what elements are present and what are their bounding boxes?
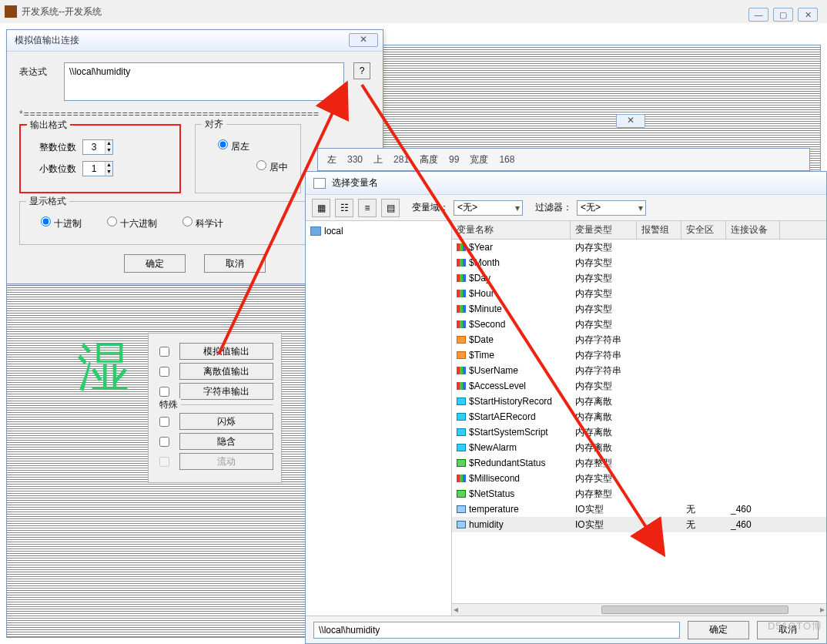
decimal-digits-label: 小数位数: [30, 163, 76, 176]
close-button[interactable]: ✕: [798, 8, 818, 22]
tree-root[interactable]: local: [310, 226, 447, 236]
stepper-down-icon[interactable]: ▼: [105, 147, 112, 154]
table-row[interactable]: $StartAERecord内存离散: [452, 409, 826, 424]
ok-button[interactable]: 确定: [124, 254, 186, 273]
picker-tree[interactable]: local: [306, 221, 452, 615]
col-alarm[interactable]: 报警组: [637, 221, 681, 239]
var-type: 内存实型: [571, 287, 637, 300]
view-tree-icon[interactable]: ☷: [335, 199, 353, 217]
filter-label: 过滤器：: [535, 201, 572, 214]
horizontal-scrollbar[interactable]: [452, 603, 826, 615]
stepper-up-icon[interactable]: ▲: [105, 162, 112, 169]
col-name[interactable]: 变量名称: [452, 221, 571, 239]
hide-button[interactable]: 隐含: [179, 433, 273, 450]
align-group: 对齐 居左 居中: [195, 124, 301, 193]
expression-input[interactable]: \\local\humidity: [64, 62, 344, 101]
table-row[interactable]: $AccessLevel内存实型: [452, 378, 826, 394]
integer-digits-stepper[interactable]: ▲▼: [82, 139, 113, 155]
scientific-radio[interactable]: 科学计: [179, 214, 223, 230]
scrollbar-thumb[interactable]: [601, 605, 788, 614]
picker-titlebar[interactable]: 选择变量名: [306, 172, 826, 195]
expression-browse-button[interactable]: ?: [353, 62, 370, 79]
blink-check[interactable]: [159, 417, 169, 427]
table-row[interactable]: $StartSystemScript内存离散: [452, 424, 826, 440]
blink-button[interactable]: 闪烁: [179, 413, 273, 430]
decimal-radio[interactable]: 十进制: [37, 214, 82, 230]
var-icon: [457, 428, 466, 436]
view-detail-icon[interactable]: ▦: [312, 199, 330, 217]
picker-footer: 确定 取消: [306, 615, 826, 643]
stepper-up-icon[interactable]: ▲: [105, 140, 112, 147]
integer-digits-input[interactable]: [83, 140, 105, 154]
output-format-group: 输出格式 整数位数 ▲▼ 小数位数 ▲▼: [19, 124, 181, 193]
col-dev[interactable]: 连接设备: [726, 221, 780, 239]
output-options-panel: 模拟值输出 离散值输出 字符串输出 特殊 闪烁 隐含 流动: [148, 333, 282, 483]
dialog-close-button[interactable]: ✕: [349, 33, 378, 47]
table-row[interactable]: humidityIO实型无_460: [452, 517, 826, 532]
table-row[interactable]: $Second内存实型: [452, 317, 826, 332]
view-page-icon[interactable]: ▤: [381, 199, 400, 217]
var-icon: [457, 320, 466, 328]
selected-path-input[interactable]: [313, 622, 680, 639]
var-safe: 无: [681, 503, 726, 516]
stepper-down-icon[interactable]: ▼: [105, 169, 112, 176]
hex-radio[interactable]: 十六进制: [103, 214, 157, 230]
var-type: 内存字符串: [571, 334, 637, 347]
table-row[interactable]: $Time内存字符串: [452, 347, 826, 363]
secondary-close-button[interactable]: ✕: [616, 114, 645, 128]
table-row[interactable]: $UserName内存字符串: [452, 363, 826, 378]
picker-toolbar: ▦ ☷ ≡ ▤ 变量域： <无> 过滤器： <无>: [306, 195, 826, 221]
table-row[interactable]: $Date内存字符串: [452, 332, 826, 347]
cancel-button[interactable]: 取消: [204, 254, 266, 273]
table-row[interactable]: $Month内存实型: [452, 255, 826, 270]
picker-ok-button[interactable]: 确定: [688, 621, 749, 639]
pos-width-label: 宽度: [470, 153, 488, 166]
integer-digits-label: 整数位数: [30, 141, 76, 154]
string-output-button[interactable]: 字符串输出: [179, 383, 273, 400]
table-row[interactable]: $Year内存实型: [452, 240, 826, 255]
table-row[interactable]: $NewAlarm内存离散: [452, 440, 826, 455]
col-safe[interactable]: 安全区: [681, 221, 726, 239]
var-name: $Month: [469, 257, 500, 268]
var-name: $StartAERecord: [469, 411, 536, 422]
table-row[interactable]: $Minute内存实型: [452, 301, 826, 317]
analog-output-button[interactable]: 模拟值输出: [179, 343, 273, 360]
flow-check: [159, 457, 169, 467]
minimize-button[interactable]: —: [748, 8, 768, 22]
var-icon: [457, 397, 466, 405]
view-list-icon[interactable]: ≡: [358, 199, 377, 217]
col-type[interactable]: 变量类型: [571, 221, 637, 239]
align-center-radio[interactable]: 居中: [253, 158, 291, 174]
dialog-titlebar[interactable]: 模拟值输出连接 ✕: [7, 30, 383, 52]
hide-check[interactable]: [159, 437, 169, 447]
grid-rows[interactable]: $Year内存实型$Month内存实型$Day内存实型$Hour内存实型$Min…: [452, 240, 826, 603]
var-name: $Year: [469, 242, 493, 253]
discrete-output-check[interactable]: [159, 367, 169, 377]
filter-combo[interactable]: <无>: [577, 200, 646, 216]
align-left-radio[interactable]: 居左: [214, 137, 291, 153]
decimal-digits-input[interactable]: [83, 162, 105, 176]
var-name: $UserName: [469, 365, 518, 376]
table-row[interactable]: $Hour内存实型: [452, 286, 826, 301]
table-row[interactable]: $StartHistoryRecord内存离散: [452, 394, 826, 409]
output-format-title: 输出格式: [27, 119, 70, 132]
var-name: $StartSystemScript: [469, 427, 548, 438]
string-output-check[interactable]: [159, 387, 169, 397]
discrete-output-button[interactable]: 离散值输出: [179, 363, 273, 380]
table-row[interactable]: temperatureIO实型无_460: [452, 501, 826, 517]
table-row[interactable]: $Day内存实型: [452, 270, 826, 286]
grid-header[interactable]: 变量名称 变量类型 报警组 安全区 连接设备: [452, 221, 826, 240]
decimal-digits-stepper[interactable]: ▲▼: [82, 161, 113, 176]
table-row[interactable]: $NetStatus内存整型: [452, 486, 826, 501]
table-row[interactable]: $RedundantStatus内存整型: [452, 455, 826, 471]
var-name: humidity: [469, 519, 504, 530]
var-name: temperature: [469, 504, 519, 515]
table-row[interactable]: $Millisecond内存实型: [452, 471, 826, 486]
maximize-button[interactable]: ▢: [773, 8, 793, 22]
var-icon: [457, 243, 466, 251]
var-type: IO实型: [571, 503, 637, 516]
scope-combo[interactable]: <无>: [454, 200, 523, 216]
analog-output-check[interactable]: [159, 347, 169, 357]
var-type: 内存实型: [571, 272, 637, 285]
var-icon: [457, 505, 466, 513]
